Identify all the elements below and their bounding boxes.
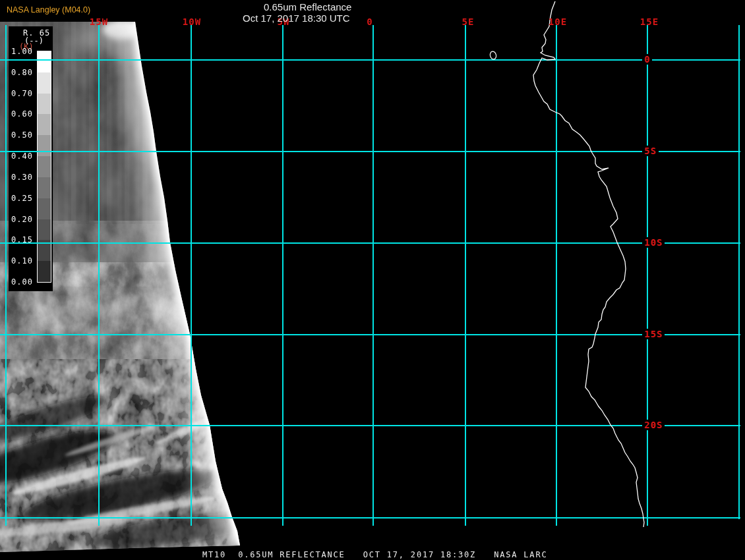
coastline-overlay xyxy=(0,0,745,560)
africa-west-coastline xyxy=(533,1,644,527)
satellite-image-viewer: (K) (--) R. 65 1.000.800.700.600.500.400… xyxy=(0,0,745,560)
island-outline xyxy=(489,51,497,60)
status-bar: MT10 0.65UM REFLECTANCE OCT 17, 2017 18:… xyxy=(202,550,547,559)
